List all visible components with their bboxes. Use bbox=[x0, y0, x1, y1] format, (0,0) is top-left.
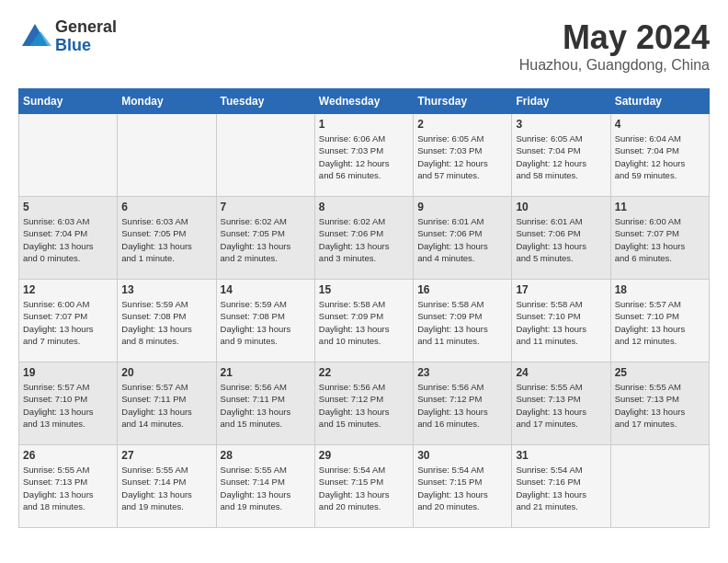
day-number: 31 bbox=[516, 449, 606, 462]
cell-content: Sunrise: 6:05 AM Sunset: 7:04 PM Dayligh… bbox=[516, 132, 606, 181]
day-number: 11 bbox=[615, 201, 705, 213]
cell-content: Sunrise: 6:04 AM Sunset: 7:04 PM Dayligh… bbox=[615, 132, 705, 181]
cell-content: Sunrise: 6:06 AM Sunset: 7:03 PM Dayligh… bbox=[319, 132, 409, 181]
calendar-cell: 14Sunrise: 5:59 AM Sunset: 7:08 PM Dayli… bbox=[216, 280, 314, 362]
day-number: 8 bbox=[319, 201, 409, 213]
day-number: 4 bbox=[615, 118, 705, 131]
calendar-cell: 7Sunrise: 6:02 AM Sunset: 7:05 PM Daylig… bbox=[216, 197, 314, 280]
cell-content: Sunrise: 5:57 AM Sunset: 7:10 PM Dayligh… bbox=[23, 381, 113, 430]
calendar-cell: 3Sunrise: 6:05 AM Sunset: 7:04 PM Daylig… bbox=[512, 114, 610, 197]
day-number: 17 bbox=[516, 283, 606, 296]
day-number: 21 bbox=[221, 366, 311, 379]
logo-blue: Blue bbox=[55, 37, 117, 55]
calendar-cell: 13Sunrise: 5:59 AM Sunset: 7:08 PM Dayli… bbox=[118, 280, 216, 362]
day-number: 7 bbox=[221, 201, 311, 213]
logo-icon bbox=[18, 20, 51, 53]
calendar-cell: 17Sunrise: 5:58 AM Sunset: 7:10 PM Dayli… bbox=[512, 280, 610, 362]
day-number: 20 bbox=[121, 366, 211, 379]
cell-content: Sunrise: 5:56 AM Sunset: 7:12 PM Dayligh… bbox=[417, 381, 507, 430]
calendar-cell: 5Sunrise: 6:03 AM Sunset: 7:04 PM Daylig… bbox=[19, 197, 118, 280]
cell-content: Sunrise: 6:00 AM Sunset: 7:07 PM Dayligh… bbox=[615, 215, 705, 264]
day-number: 23 bbox=[417, 366, 507, 379]
cell-content: Sunrise: 5:54 AM Sunset: 7:16 PM Dayligh… bbox=[516, 464, 606, 512]
cell-content: Sunrise: 6:03 AM Sunset: 7:05 PM Dayligh… bbox=[121, 215, 211, 264]
day-number: 6 bbox=[121, 201, 211, 213]
cell-content: Sunrise: 5:58 AM Sunset: 7:09 PM Dayligh… bbox=[417, 298, 507, 347]
calendar-cell: 26Sunrise: 5:55 AM Sunset: 7:13 PM Dayli… bbox=[19, 445, 118, 528]
calendar-cell: 8Sunrise: 6:02 AM Sunset: 7:06 PM Daylig… bbox=[314, 197, 413, 280]
col-thursday: Thursday bbox=[414, 89, 512, 114]
logo-text: General Blue bbox=[55, 18, 117, 55]
cell-content: Sunrise: 6:02 AM Sunset: 7:06 PM Dayligh… bbox=[319, 215, 409, 264]
calendar-cell bbox=[610, 445, 709, 528]
col-saturday: Saturday bbox=[610, 89, 709, 114]
week-row-2: 5Sunrise: 6:03 AM Sunset: 7:04 PM Daylig… bbox=[19, 197, 710, 280]
cell-content: Sunrise: 6:05 AM Sunset: 7:03 PM Dayligh… bbox=[417, 132, 507, 181]
calendar-table: Sunday Monday Tuesday Wednesday Thursday… bbox=[18, 88, 710, 528]
cell-content: Sunrise: 5:55 AM Sunset: 7:14 PM Dayligh… bbox=[121, 464, 211, 512]
day-number: 29 bbox=[319, 449, 409, 462]
day-number: 30 bbox=[417, 449, 507, 462]
calendar-cell: 10Sunrise: 6:01 AM Sunset: 7:06 PM Dayli… bbox=[512, 197, 610, 280]
week-row-4: 19Sunrise: 5:57 AM Sunset: 7:10 PM Dayli… bbox=[19, 362, 710, 445]
calendar-cell: 25Sunrise: 5:55 AM Sunset: 7:13 PM Dayli… bbox=[610, 362, 709, 445]
calendar-cell: 29Sunrise: 5:54 AM Sunset: 7:15 PM Dayli… bbox=[314, 445, 413, 528]
calendar-cell: 12Sunrise: 6:00 AM Sunset: 7:07 PM Dayli… bbox=[19, 280, 118, 362]
calendar-cell: 11Sunrise: 6:00 AM Sunset: 7:07 PM Dayli… bbox=[610, 197, 709, 280]
cell-content: Sunrise: 5:56 AM Sunset: 7:12 PM Dayligh… bbox=[319, 381, 409, 430]
day-number: 2 bbox=[417, 118, 507, 131]
day-number: 5 bbox=[23, 201, 113, 213]
cell-content: Sunrise: 5:56 AM Sunset: 7:11 PM Dayligh… bbox=[221, 381, 311, 430]
day-number: 28 bbox=[221, 449, 311, 462]
calendar-cell: 31Sunrise: 5:54 AM Sunset: 7:16 PM Dayli… bbox=[512, 445, 610, 528]
day-number: 26 bbox=[23, 449, 113, 462]
calendar-cell: 19Sunrise: 5:57 AM Sunset: 7:10 PM Dayli… bbox=[19, 362, 118, 445]
title-block: May 2024 Huazhou, Guangdong, China bbox=[519, 18, 710, 74]
calendar-cell: 16Sunrise: 5:58 AM Sunset: 7:09 PM Dayli… bbox=[414, 280, 512, 362]
day-number: 16 bbox=[417, 283, 507, 296]
day-number: 13 bbox=[121, 283, 211, 296]
calendar-cell: 2Sunrise: 6:05 AM Sunset: 7:03 PM Daylig… bbox=[414, 114, 512, 197]
location: Huazhou, Guangdong, China bbox=[519, 57, 710, 74]
calendar-cell bbox=[216, 114, 314, 197]
calendar-cell: 23Sunrise: 5:56 AM Sunset: 7:12 PM Dayli… bbox=[414, 362, 512, 445]
day-number: 14 bbox=[221, 283, 311, 296]
day-number: 19 bbox=[23, 366, 113, 379]
day-number: 3 bbox=[516, 118, 606, 131]
col-wednesday: Wednesday bbox=[314, 89, 413, 114]
week-row-1: 1Sunrise: 6:06 AM Sunset: 7:03 PM Daylig… bbox=[19, 114, 710, 197]
calendar-header: Sunday Monday Tuesday Wednesday Thursday… bbox=[19, 89, 710, 114]
cell-content: Sunrise: 5:57 AM Sunset: 7:10 PM Dayligh… bbox=[615, 298, 705, 347]
cell-content: Sunrise: 5:55 AM Sunset: 7:13 PM Dayligh… bbox=[23, 464, 113, 512]
col-tuesday: Tuesday bbox=[216, 89, 314, 114]
cell-content: Sunrise: 6:02 AM Sunset: 7:05 PM Dayligh… bbox=[221, 215, 311, 264]
day-number: 1 bbox=[319, 118, 409, 131]
calendar-body: 1Sunrise: 6:06 AM Sunset: 7:03 PM Daylig… bbox=[19, 114, 710, 528]
calendar-cell: 6Sunrise: 6:03 AM Sunset: 7:05 PM Daylig… bbox=[118, 197, 216, 280]
cell-content: Sunrise: 6:01 AM Sunset: 7:06 PM Dayligh… bbox=[417, 215, 507, 264]
calendar-cell: 18Sunrise: 5:57 AM Sunset: 7:10 PM Dayli… bbox=[610, 280, 709, 362]
calendar-cell bbox=[118, 114, 216, 197]
col-monday: Monday bbox=[118, 89, 216, 114]
cell-content: Sunrise: 5:54 AM Sunset: 7:15 PM Dayligh… bbox=[319, 464, 409, 512]
logo-general: General bbox=[55, 18, 117, 37]
cell-content: Sunrise: 6:00 AM Sunset: 7:07 PM Dayligh… bbox=[23, 298, 113, 347]
calendar-cell: 21Sunrise: 5:56 AM Sunset: 7:11 PM Dayli… bbox=[216, 362, 314, 445]
day-number: 9 bbox=[417, 201, 507, 213]
logo: General Blue bbox=[18, 18, 117, 55]
calendar-cell: 15Sunrise: 5:58 AM Sunset: 7:09 PM Dayli… bbox=[314, 280, 413, 362]
page-header: General Blue May 2024 Huazhou, Guangdong… bbox=[18, 18, 710, 74]
cell-content: Sunrise: 5:59 AM Sunset: 7:08 PM Dayligh… bbox=[221, 298, 311, 347]
day-number: 12 bbox=[23, 283, 113, 296]
cell-content: Sunrise: 5:54 AM Sunset: 7:15 PM Dayligh… bbox=[417, 464, 507, 512]
day-number: 27 bbox=[121, 449, 211, 462]
cell-content: Sunrise: 5:55 AM Sunset: 7:13 PM Dayligh… bbox=[615, 381, 705, 430]
calendar-cell: 20Sunrise: 5:57 AM Sunset: 7:11 PM Dayli… bbox=[118, 362, 216, 445]
cell-content: Sunrise: 5:59 AM Sunset: 7:08 PM Dayligh… bbox=[121, 298, 211, 347]
month-title: May 2024 bbox=[519, 18, 710, 57]
cell-content: Sunrise: 6:03 AM Sunset: 7:04 PM Dayligh… bbox=[23, 215, 113, 264]
calendar-cell: 22Sunrise: 5:56 AM Sunset: 7:12 PM Dayli… bbox=[314, 362, 413, 445]
calendar-cell: 27Sunrise: 5:55 AM Sunset: 7:14 PM Dayli… bbox=[118, 445, 216, 528]
day-number: 24 bbox=[516, 366, 606, 379]
calendar-cell: 1Sunrise: 6:06 AM Sunset: 7:03 PM Daylig… bbox=[314, 114, 413, 197]
